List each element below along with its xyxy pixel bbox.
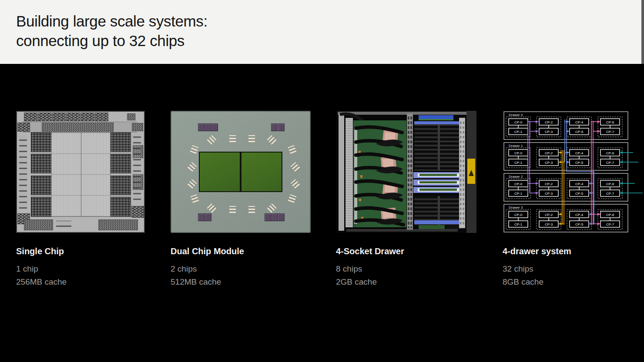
die-top-io-cluster (95, 113, 109, 121)
cp-label: CP-2 (545, 213, 553, 217)
dcm-capacitor-cluster (207, 203, 216, 213)
dcm-capacitor-cluster (290, 179, 300, 189)
die-top-io-cluster (66, 113, 80, 121)
cp-label: CP-1 (514, 130, 523, 134)
cp-label: CP-6 (606, 213, 614, 217)
copper-pad (359, 199, 361, 201)
panel-single-chip: Single Chip 1 chip 256MB cache (16, 111, 145, 289)
die-core-block (110, 132, 131, 152)
drawer-top-rail (338, 112, 470, 115)
cp-label: CP-7 (606, 130, 614, 134)
four-socket-drawer-photo (336, 111, 476, 233)
cp-label: CP-3 (545, 161, 553, 165)
cp-label: CP-0 (514, 120, 523, 124)
dcm-capacitor-cluster (267, 135, 277, 145)
cp-label: CP-2 (545, 182, 553, 186)
drawer-label: Drawer 0 (509, 113, 523, 117)
dcm-die-left (199, 152, 241, 192)
dcm-capacitor-cluster (267, 203, 277, 213)
cp-label: CP-4 (575, 213, 584, 217)
dcm-capacitor-cluster (229, 135, 236, 142)
die-top-io-cluster (38, 113, 52, 121)
die-bottom-cluster (98, 219, 138, 230)
dcm-capacitor-cluster (290, 162, 300, 172)
die-top-io-cluster (24, 113, 38, 121)
panel-cache-size: 512MB cache (171, 276, 311, 289)
cp-label: CP-0 (514, 213, 523, 217)
right-rail-slots (460, 120, 464, 226)
panel-dual-chip-module: Dual Chip Module 2 chips 512MB cache (171, 111, 311, 289)
panel-title: Dual Chip Module (171, 246, 311, 256)
drawer-label: Drawer 2 (509, 175, 523, 179)
die-edge-cluster (132, 123, 143, 131)
die-core-block (31, 176, 52, 196)
cp-label: CP-5 (575, 192, 584, 196)
dcm-capacitor-cluster (248, 206, 255, 213)
drawer-label: Drawer 1 (509, 144, 523, 148)
chip-die-image (16, 111, 145, 233)
banner-right-edge (641, 0, 644, 64)
four-drawer-topology-diagram: Drawer 0CP-0CP-1CP-2CP-3CP-4CP-5CP-6CP-7… (503, 111, 644, 233)
dcm-capacitor-cluster (288, 145, 297, 154)
dcm-capacitor-cluster (190, 145, 198, 154)
cp-label: CP-6 (606, 120, 614, 124)
dimm-bank-top-clip (414, 121, 463, 124)
cp-label: CP-2 (545, 151, 553, 155)
dimm-bank-divider (438, 124, 440, 171)
cp-label: CP-2 (545, 120, 553, 124)
cp-label: CP-3 (545, 223, 553, 226)
cp-label: CP-7 (606, 161, 614, 165)
die-core-block (31, 197, 52, 217)
server-drawer-image (336, 111, 476, 233)
drawer-left-heatsink-rail (345, 118, 353, 227)
panel-chip-count: 8 chips (336, 262, 476, 276)
copper-pad (360, 175, 362, 178)
die-core-block (110, 197, 131, 217)
die-edge-cluster (131, 206, 144, 218)
die-top-io-cluster (52, 113, 66, 121)
cp-label: CP-5 (575, 161, 584, 165)
panel-chip-count: 2 chips (171, 262, 311, 276)
cp-label: CP-1 (514, 161, 523, 165)
cp-label: CP-6 (606, 151, 614, 155)
dcm-corner-chip (205, 123, 211, 131)
panel-cache-size: 8GB cache (503, 276, 644, 289)
dcm-corner-chip (211, 123, 218, 131)
dcm-corner-chip (205, 213, 211, 221)
die-bottom-strip (56, 221, 72, 227)
drawer-left-rail (339, 113, 344, 231)
panel-chip-count: 32 chips (503, 262, 644, 276)
die-cache-array (51, 132, 110, 216)
cp-label: CP-0 (514, 182, 523, 186)
panel-4-socket-drawer: 4-Socket Drawer 8 chips 2GB cache (336, 111, 476, 289)
panel-chip-count: 1 chip (16, 262, 145, 276)
cp-label: CP-7 (606, 192, 614, 196)
die-upper-band-logic (42, 123, 114, 132)
dcm-substrate-image (171, 111, 311, 233)
dcm-corner-chip (271, 123, 278, 131)
slide-title-line2: connecting up to 32 chips (16, 32, 184, 49)
cp-label: CP-1 (514, 192, 523, 196)
panel-title: Single Chip (16, 246, 145, 256)
cp-label: CP-7 (606, 223, 614, 226)
cp-label: CP-3 (545, 192, 553, 196)
dcm-capacitor-cluster (207, 135, 216, 145)
dcm-corner-chip (278, 213, 285, 221)
slide: Building large scale systems:connecting … (0, 0, 644, 362)
dimm-bank-bottom-clip (414, 220, 463, 224)
cp-label: CP-1 (514, 223, 523, 226)
panel-cache-size: 2GB cache (336, 276, 476, 289)
dcm-capacitor-cluster (248, 135, 255, 142)
drawer-label: Drawer 3 (509, 206, 523, 209)
die-core-block (31, 154, 52, 174)
riser-cards (413, 172, 465, 193)
bottom-pcb-edge (419, 225, 445, 229)
cp-label: CP-0 (514, 151, 523, 155)
cp-label: CP-4 (575, 120, 584, 124)
slide-title-line1: Building large scale systems: (16, 13, 208, 30)
panel-4-drawer-system: Drawer 0CP-0CP-1CP-2CP-3CP-4CP-5CP-6CP-7… (503, 111, 644, 289)
cp-label: CP-4 (575, 182, 584, 186)
center-rail-slots (408, 115, 412, 228)
dcm-corner-chip (278, 123, 285, 131)
die-top-io-cluster (127, 113, 136, 120)
